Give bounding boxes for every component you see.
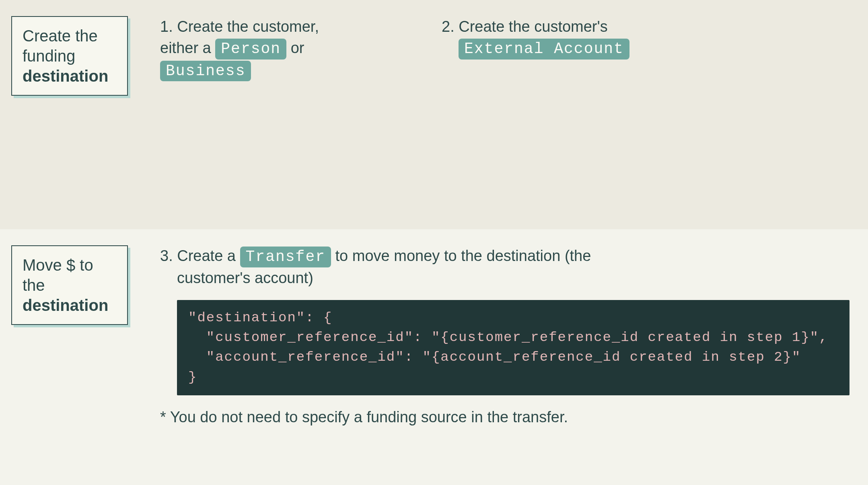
label-line-1: Move $ to [23, 256, 93, 274]
step-2-chip-wrap: External Account [442, 39, 629, 56]
step-1-part2-mid: or [286, 39, 304, 56]
code-line-2: "customer_reference_id": "{customer_refe… [188, 328, 838, 347]
step-3-mid: to move money to the destination (the [331, 247, 591, 264]
label-line-3: destination [23, 296, 108, 314]
chip-external-account: External Account [459, 39, 629, 60]
step-2: 2. Create the customer's External Accoun… [442, 16, 723, 81]
top-content: 1. Create the customer, either a Person … [160, 16, 857, 81]
label-create-destination: Create the funding destination [11, 16, 128, 96]
step-3-text: 3. Create a Transfer to move money to th… [160, 245, 828, 289]
chip-person: Person [215, 39, 286, 60]
chip-business: Business [160, 61, 251, 82]
section-create-destination: Create the funding destination 1. Create… [0, 0, 868, 229]
label-line-1: Create the [23, 27, 98, 45]
chip-transfer: Transfer [240, 247, 331, 267]
label-line-3: destination [23, 67, 108, 85]
step-2-text: 2. Create the customer's External Accoun… [442, 16, 723, 60]
bottom-content: 3. Create a Transfer to move money to th… [160, 245, 844, 428]
step-2-part1: 2. Create the customer's [442, 18, 608, 35]
label-move-money: Move $ to the destination [11, 245, 128, 325]
code-block-destination: "destination": { "customer_reference_id"… [177, 300, 849, 395]
code-line-1: "destination": { [188, 308, 838, 328]
footnote: * You do not need to specify a funding s… [160, 407, 828, 428]
step-1: 1. Create the customer, either a Person … [160, 16, 385, 81]
code-line-3: "account_reference_id": "{account_refere… [188, 347, 838, 367]
step-1-part1: 1. Create the customer, [160, 18, 319, 35]
step-3-prefix: 3. Create a [160, 247, 240, 264]
step-1-text: 1. Create the customer, either a Person … [160, 16, 385, 81]
step-1-part2-prefix: either a [160, 39, 215, 56]
code-line-4: } [188, 368, 838, 387]
step-3-line2: customer's account) [160, 269, 313, 286]
label-line-2: the [23, 276, 45, 294]
label-line-2: funding [23, 47, 75, 65]
section-move-money: Move $ to the destination 3. Create a Tr… [0, 229, 868, 485]
